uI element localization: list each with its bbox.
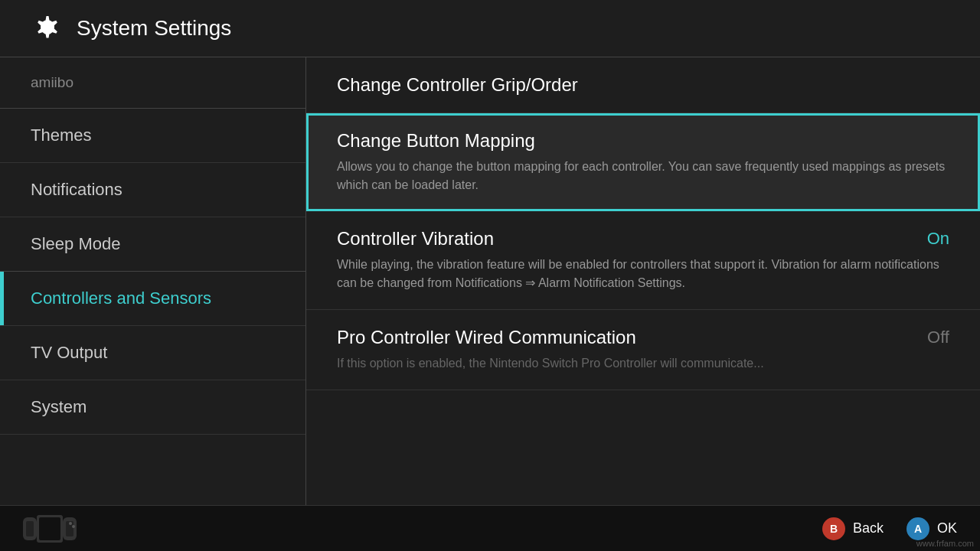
content-item-pro-controller-wired[interactable]: Pro Controller Wired Communication Off I… [306, 310, 980, 390]
svg-point-6 [69, 522, 72, 525]
sidebar-item-sleep-mode[interactable]: Sleep Mode [0, 217, 305, 272]
page-title: System Settings [77, 16, 231, 41]
ok-action[interactable]: A OK [906, 517, 957, 540]
svg-rect-3 [39, 517, 60, 540]
content-item-pro-controller-wired-desc: If this option is enabled, the Nintendo … [337, 354, 949, 373]
bottom-bar: B Back A OK [0, 505, 980, 551]
header: System Settings [0, 0, 980, 57]
sidebar-item-themes[interactable]: Themes [0, 109, 305, 163]
sidebar-item-tv-output[interactable]: TV Output [0, 326, 305, 380]
content-item-change-controller-grip[interactable]: Change Controller Grip/Order [306, 57, 980, 113]
main-layout: amiibo Themes Notifications Sleep Mode C… [0, 57, 980, 505]
ok-label: OK [937, 520, 957, 536]
content-item-change-button-mapping-desc: Allows you to change the button mapping … [337, 158, 949, 194]
sidebar-item-notifications[interactable]: Notifications [0, 163, 305, 217]
watermark: www.frfam.com [916, 539, 974, 548]
content-item-controller-vibration-desc: While playing, the vibration feature wil… [337, 256, 949, 292]
sidebar-item-controllers-sensors[interactable]: Controllers and Sensors [0, 272, 305, 326]
svg-point-7 [72, 525, 75, 528]
a-button: A [906, 517, 929, 540]
b-button: B [822, 517, 845, 540]
controller-vibration-status: On [927, 229, 949, 249]
content-item-controller-vibration[interactable]: Controller Vibration On While playing, t… [306, 211, 980, 310]
back-action[interactable]: B Back [822, 517, 884, 540]
sidebar-item-amiibo[interactable]: amiibo [0, 57, 305, 109]
sidebar-item-system[interactable]: System [0, 380, 305, 435]
sidebar: amiibo Themes Notifications Sleep Mode C… [0, 57, 306, 505]
content-item-change-button-mapping[interactable]: Change Button Mapping Allows you to chan… [306, 113, 980, 211]
bottom-actions: B Back A OK [822, 517, 957, 540]
switch-console-icon [23, 514, 77, 544]
pro-controller-wired-status: Off [927, 328, 949, 347]
gear-icon [31, 11, 64, 45]
svg-rect-1 [26, 521, 34, 536]
back-label: Back [853, 520, 884, 536]
content-area: Change Controller Grip/Order Change Butt… [306, 57, 980, 505]
